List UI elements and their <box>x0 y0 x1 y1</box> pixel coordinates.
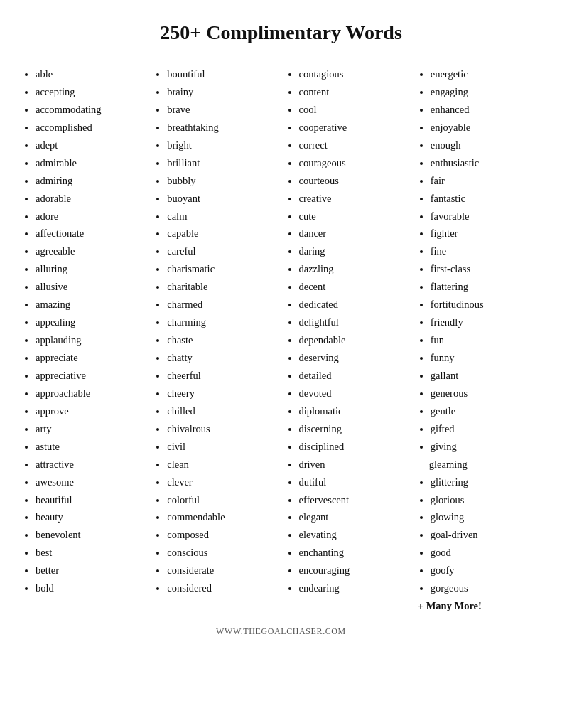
list-item: diplomatic <box>299 402 409 420</box>
list-item: charitable <box>167 278 277 296</box>
list-item: appealing <box>36 314 146 331</box>
list-item: bubbly <box>167 172 277 190</box>
list-item: correct <box>299 136 409 154</box>
list-item: elevating <box>299 526 409 544</box>
list-item: flattering <box>431 278 541 296</box>
list-item: careful <box>167 242 277 260</box>
list-item: conscious <box>167 544 277 562</box>
list-item: chilled <box>167 402 277 420</box>
list-item: engaging <box>431 83 541 101</box>
list-item: charming <box>167 314 277 331</box>
list-item: appreciate <box>36 349 146 367</box>
list-item: dutiful <box>299 473 409 491</box>
list-item: gleaming <box>429 456 541 473</box>
list-item: fortitudinous <box>431 296 541 314</box>
list-item: glorious <box>431 491 541 509</box>
list-item: clever <box>167 473 277 491</box>
list-item: adept <box>36 136 146 154</box>
list-item: clean <box>167 456 277 473</box>
list-item: discerning <box>299 420 409 438</box>
list-item: chatty <box>167 349 277 367</box>
list-item: contagious <box>299 65 409 83</box>
list-item: enchanting <box>299 544 409 562</box>
list-item: effervescent <box>299 491 409 509</box>
list-item: driven <box>299 456 409 473</box>
list-item: beautiful <box>36 491 146 509</box>
list-item: bountiful <box>167 65 277 83</box>
column-1: ableacceptingaccommodatingaccomplishedad… <box>21 65 146 615</box>
list-item: enthusiastic <box>431 154 541 172</box>
list-item: chivalrous <box>167 420 277 438</box>
list-item: goal-driven <box>431 526 541 544</box>
list-item: civil <box>167 438 277 456</box>
list-item: approachable <box>36 385 146 402</box>
list-item: giving <box>431 438 541 456</box>
list-item: dancer <box>299 225 409 242</box>
list-item: courteous <box>299 172 409 190</box>
list-item: first-class <box>431 260 541 278</box>
list-item: daring <box>299 242 409 260</box>
list-item: dedicated <box>299 296 409 314</box>
footer-text: WWW.THEGOALCHASER.COM <box>14 626 548 637</box>
list-item: energetic <box>431 65 541 83</box>
list-item: fun <box>431 331 541 349</box>
list-item: accomplished <box>36 119 146 136</box>
list-item: calm <box>167 208 277 225</box>
list-item: enough <box>431 136 541 154</box>
list-item: cheery <box>167 385 277 402</box>
list-item: brave <box>167 101 277 119</box>
more-label: + Many More! <box>418 597 541 615</box>
list-item: deserving <box>299 349 409 367</box>
list-item: considerate <box>167 562 277 579</box>
list-item: attractive <box>36 456 146 473</box>
list-item: creative <box>299 190 409 208</box>
list-item: considered <box>167 579 277 597</box>
list-item: adore <box>36 208 146 225</box>
list-item: cooperative <box>299 119 409 136</box>
list-item: breathtaking <box>167 119 277 136</box>
list-item: charismatic <box>167 260 277 278</box>
list-item: bright <box>167 136 277 154</box>
list-item: composed <box>167 526 277 544</box>
list-item: arty <box>36 420 146 438</box>
list-item: disciplined <box>299 438 409 456</box>
list-item: glowing <box>431 508 541 526</box>
list-item: dependable <box>299 331 409 349</box>
list-item: dazzling <box>299 260 409 278</box>
list-item: endearing <box>299 579 409 597</box>
list-item: gentle <box>431 402 541 420</box>
list-item: brainy <box>167 83 277 101</box>
list-item: elegant <box>299 508 409 526</box>
list-item: better <box>36 562 146 579</box>
list-item: admirable <box>36 154 146 172</box>
list-item: glittering <box>431 473 541 491</box>
list-item: accepting <box>36 83 146 101</box>
list-item: allusive <box>36 278 146 296</box>
list-item: chaste <box>167 331 277 349</box>
list-item: astute <box>36 438 146 456</box>
list-item: fighter <box>431 225 541 242</box>
list-item: able <box>36 65 146 83</box>
list-item: enhanced <box>431 101 541 119</box>
list-item: cheerful <box>167 367 277 385</box>
list-item: affectionate <box>36 225 146 242</box>
list-item: detailed <box>299 367 409 385</box>
list-item: charmed <box>167 296 277 314</box>
list-item: bold <box>36 579 146 597</box>
list-item: brilliant <box>167 154 277 172</box>
list-item: gallant <box>431 367 541 385</box>
page-title: 250+ Complimentary Words <box>14 21 548 44</box>
list-item: enjoyable <box>431 119 541 136</box>
list-item: funny <box>431 349 541 367</box>
word-columns: ableacceptingaccommodatingaccomplishedad… <box>14 65 548 615</box>
list-item: adorable <box>36 190 146 208</box>
list-item: admiring <box>36 172 146 190</box>
list-item: favorable <box>431 208 541 225</box>
list-item: benevolent <box>36 526 146 544</box>
column-2: bountifulbrainybravebreathtakingbrightbr… <box>153 65 277 615</box>
list-item: commendable <box>167 508 277 526</box>
list-item: devoted <box>299 385 409 402</box>
list-item: best <box>36 544 146 562</box>
list-item: generous <box>431 385 541 402</box>
list-item: goofy <box>431 562 541 579</box>
